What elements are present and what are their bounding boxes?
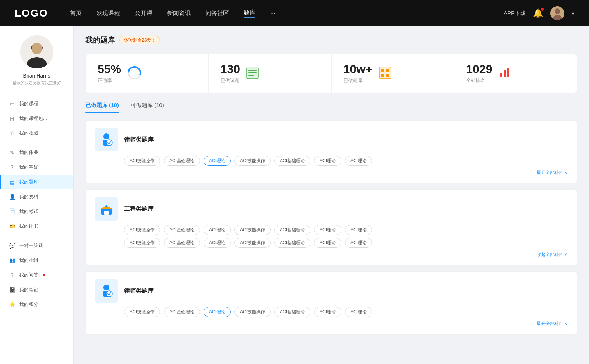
lawyer-bank-icon	[95, 128, 118, 151]
sidebar-item-my-qa[interactable]: ? 我的问答	[0, 268, 73, 282]
stat-done-questions-label: 已做试题	[221, 77, 240, 84]
sidebar-item-exam[interactable]: 📄 我的考试	[0, 204, 73, 219]
bank-card-engineer: 工程类题库 ACI技能操作 ACI基础理论 ACI理论 ACI技能操作 ACI基…	[85, 189, 577, 265]
sidebar-item-answers[interactable]: ? 我的答疑	[0, 160, 73, 175]
qa-notification-dot	[43, 274, 45, 276]
tag-2-active[interactable]: ACI理论	[204, 156, 231, 166]
stat-accuracy-label: 正确率	[98, 77, 121, 84]
nav-qa[interactable]: 问答社区	[205, 10, 229, 17]
stat-ranking-label: 全站排名	[466, 77, 492, 84]
svg-rect-21	[386, 74, 389, 77]
expand-button-lawyer-2[interactable]: 展开全部科目 ∨	[537, 321, 568, 327]
stat-accuracy-value: 55%	[98, 63, 121, 75]
law2-tag-2-active[interactable]: ACI理论	[204, 307, 231, 317]
svg-rect-24	[507, 68, 509, 77]
stat-done-banks: 10w+ 已做题库	[332, 54, 455, 93]
expand-button-lawyer-1[interactable]: 展开全部科目 ∨	[537, 169, 568, 176]
eng-tag-3[interactable]: ACI技能操作	[234, 225, 271, 235]
sidebar-item-question-bank[interactable]: ▤ 我的题库	[0, 175, 73, 189]
sidebar-divider-1	[0, 143, 73, 143]
eng-tag-11[interactable]: ACI基础理论	[274, 238, 310, 248]
bank-card-footer-lawyer-1: 展开全部科目 ∨	[95, 169, 568, 176]
profile-avatar-image	[20, 35, 53, 68]
notification-bell[interactable]: 🔔	[533, 8, 543, 18]
nav-more[interactable]: ···	[270, 10, 275, 17]
trial-badge: 体验剩余23天！	[119, 36, 160, 44]
law2-tag-0[interactable]: ACI技能操作	[124, 307, 160, 317]
stat-done-banks-value: 10w+	[343, 63, 373, 75]
eng-tag-8[interactable]: ACI基础理论	[164, 238, 200, 248]
tag-4[interactable]: ACI基础理论	[274, 156, 310, 166]
law2-tag-4[interactable]: ACI基础理论	[274, 307, 310, 317]
eng-tag-9[interactable]: ACI理论	[204, 238, 231, 248]
nav-discover[interactable]: 发现课程	[96, 10, 120, 17]
law2-tag-6[interactable]: ACI理论	[345, 307, 372, 317]
stats-row: 55% 正确率 130 已做试题	[85, 54, 577, 93]
collapse-button-engineer[interactable]: 收起全部科目 ∧	[537, 251, 568, 258]
law2-tag-1[interactable]: ACI基础理论	[164, 307, 200, 317]
user-avatar[interactable]	[550, 6, 564, 20]
eng-tag-2[interactable]: ACI理论	[204, 225, 231, 235]
sidebar-label-exam: 我的考试	[19, 208, 38, 215]
lawyer-bank-icon-2	[95, 279, 118, 303]
eng-tag-4[interactable]: ACI基础理论	[274, 225, 310, 235]
user-menu-chevron[interactable]: ▾	[572, 10, 574, 16]
tag-5[interactable]: ACI理论	[314, 156, 341, 166]
bank-card-footer-lawyer-2: 展开全部科目 ∨	[95, 321, 568, 327]
eng-tag-6[interactable]: ACI理论	[345, 225, 372, 235]
nav-news[interactable]: 新闻资讯	[167, 10, 191, 17]
logo: LOGO	[15, 7, 48, 19]
profile-avatar	[20, 35, 53, 68]
tag-3[interactable]: ACI技能操作	[234, 156, 271, 166]
sidebar-item-profile[interactable]: 👤 我的资料	[0, 189, 73, 204]
eng-tag-7[interactable]: ACI技能操作	[124, 238, 160, 248]
nav-openclass[interactable]: 公开课	[135, 10, 152, 17]
eng-tag-12[interactable]: ACI理论	[314, 238, 341, 248]
tag-0[interactable]: ACI技能操作	[124, 156, 160, 166]
eng-tag-1[interactable]: ACI基础理论	[164, 225, 200, 235]
svg-point-30	[105, 205, 107, 207]
nav-home[interactable]: 首页	[70, 10, 82, 17]
sidebar-item-courses[interactable]: ▭ 我的课程	[0, 96, 73, 111]
eng-tag-5[interactable]: ACI理论	[314, 225, 341, 235]
sidebar-item-homework[interactable]: ✎ 我的作业	[0, 145, 73, 160]
sidebar-item-points[interactable]: ⭐ 我的积分	[0, 297, 73, 312]
eng-tag-10[interactable]: ACI技能操作	[234, 238, 271, 248]
sidebar-label-profile: 我的资料	[19, 193, 38, 200]
tag-6[interactable]: ACI理论	[345, 156, 372, 166]
sidebar-label-courses: 我的课程	[19, 100, 38, 107]
stat-accuracy: 55% 正确率	[86, 54, 209, 93]
nav-questions[interactable]: 题库	[244, 9, 255, 18]
svg-point-31	[103, 285, 109, 290]
question-bank-tabs: 已做题库 (10) 可做题库 (10)	[85, 102, 577, 113]
svg-point-10	[131, 69, 138, 76]
certificate-icon: 🎫	[9, 223, 15, 229]
svg-rect-20	[381, 74, 384, 77]
sidebar-item-favorites[interactable]: ☆ 我的收藏	[0, 126, 73, 140]
svg-rect-18	[381, 69, 384, 72]
tab-available-banks[interactable]: 可做题库 (10)	[131, 102, 164, 113]
tag-1[interactable]: ACI基础理论	[164, 156, 200, 166]
bar-chart-icon	[498, 66, 511, 81]
bank-card-footer-engineer: 收起全部科目 ∧	[95, 251, 568, 258]
notes-icon: 📓	[9, 287, 15, 293]
app-download-link[interactable]: APP下载	[504, 10, 526, 17]
eng-tag-0[interactable]: ACI技能操作	[124, 225, 160, 235]
law2-tag-5[interactable]: ACI理论	[314, 307, 341, 317]
sidebar-item-certificate[interactable]: 🎫 我的证书	[0, 219, 73, 233]
svg-rect-19	[386, 69, 389, 72]
groups-icon: 👥	[9, 257, 15, 263]
eng-tag-13[interactable]: ACI理论	[345, 238, 372, 248]
bank-card-header-engineer: 工程类题库	[95, 197, 568, 221]
tab-done-banks[interactable]: 已做题库 (10)	[85, 102, 119, 113]
law2-tag-3[interactable]: ACI技能操作	[234, 307, 271, 317]
sidebar-label-one-on-one: 一对一答疑	[19, 242, 43, 249]
page-header: 我的题库 体验剩余23天！	[85, 35, 577, 45]
svg-rect-23	[504, 70, 506, 77]
sidebar-item-groups[interactable]: 👥 我的小组	[0, 253, 73, 268]
sidebar-item-one-on-one[interactable]: 💬 一对一答疑	[0, 238, 73, 253]
sidebar-label-my-qa: 我的问答	[19, 272, 38, 278]
sidebar-item-course-packages[interactable]: ▦ 我的课程包...	[0, 111, 73, 126]
stat-done-questions-value: 130	[221, 63, 240, 75]
sidebar-item-notes[interactable]: 📓 我的笔记	[0, 282, 73, 297]
